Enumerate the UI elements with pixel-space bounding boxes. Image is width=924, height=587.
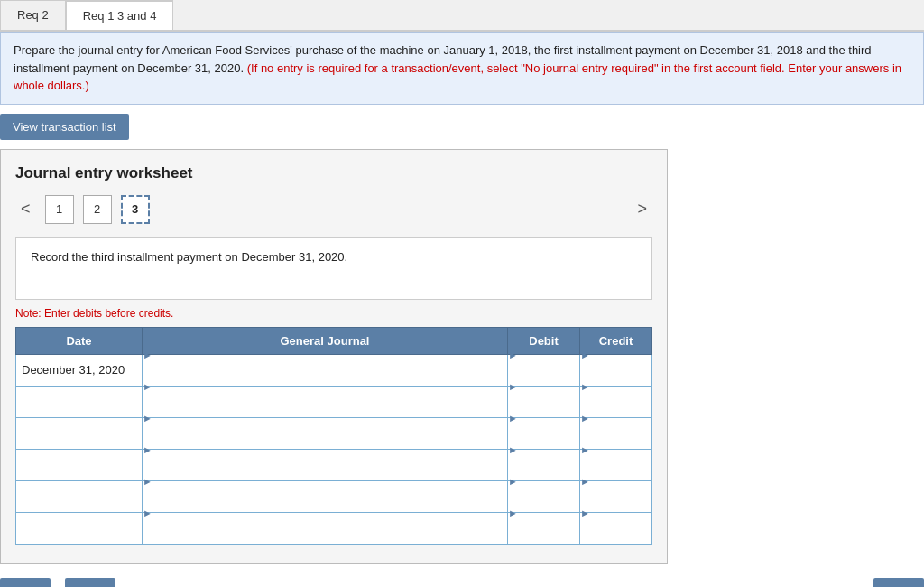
general-journal-input-2[interactable] (143, 393, 507, 424)
general-journal-input-6[interactable] (143, 519, 507, 550)
date-cell-4 (16, 449, 143, 480)
table-row: December 31, 2020 ► ► ► (16, 354, 652, 386)
page-wrapper: Req 2 Req 1 3 and 4 Prepare the journal … (0, 0, 924, 587)
general-journal-input-1[interactable] (143, 361, 507, 392)
date-cell-3 (16, 417, 143, 449)
date-cell-5 (16, 480, 143, 512)
tabs-bar: Req 2 Req 1 3 and 4 (0, 0, 924, 32)
step-2-button[interactable]: 2 (83, 195, 112, 224)
note-text: Note: Enter debits before credits. (15, 307, 652, 320)
credit-input-6[interactable] (580, 519, 651, 550)
bottom-save-button[interactable] (873, 578, 924, 588)
worksheet-title: Journal entry worksheet (15, 164, 652, 182)
tab-req2[interactable]: Req 2 (0, 0, 66, 30)
instructions-box: Prepare the journal entry for American F… (0, 32, 924, 105)
bottom-next-button[interactable] (65, 578, 116, 588)
step-navigation: < 1 2 3 > (15, 195, 652, 224)
next-step-arrow[interactable]: > (632, 198, 652, 220)
general-journal-cell-1[interactable]: ► (143, 354, 508, 386)
task-description-box: Record the third installment payment on … (15, 237, 652, 300)
col-header-general-journal: General Journal (143, 327, 508, 354)
step-3-button[interactable]: 3 (121, 195, 150, 224)
tab-req13and4[interactable]: Req 1 3 and 4 (66, 0, 174, 30)
general-journal-input-5[interactable] (143, 488, 507, 518)
date-cell-6 (16, 512, 143, 544)
col-header-date: Date (16, 327, 143, 354)
general-journal-input-3[interactable] (143, 424, 507, 455)
debit-input-6[interactable] (508, 519, 579, 550)
general-journal-input-4[interactable] (143, 456, 507, 487)
task-description-text: Record the third installment payment on … (31, 250, 347, 264)
prev-step-arrow[interactable]: < (15, 198, 36, 220)
view-transaction-list-button[interactable]: View transaction list (0, 114, 129, 140)
bottom-buttons (0, 578, 924, 588)
step-1-button[interactable]: 1 (45, 195, 74, 224)
date-cell-2 (16, 386, 143, 417)
journal-table: Date General Journal Debit Credit Decemb… (15, 327, 652, 545)
date-cell-1: December 31, 2020 (16, 354, 143, 386)
journal-entry-worksheet: Journal entry worksheet < 1 2 3 > Record… (0, 149, 668, 564)
bottom-prev-button[interactable] (0, 578, 51, 588)
